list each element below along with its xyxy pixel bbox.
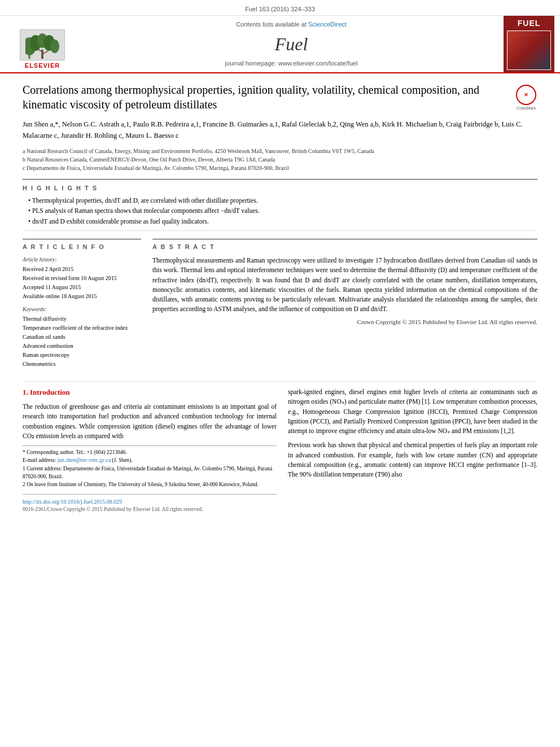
doi-copyright: 0016-2361/Crown Copyright © 2015 Publish… — [23, 506, 277, 513]
science-direct-link[interactable]: ScienceDirect — [308, 21, 347, 28]
footnote-2: 2 On leave from Institute of Chemistry, … — [23, 480, 277, 488]
abstract-text: Thermophysical measurements and Raman sp… — [152, 256, 537, 314]
keyword-6: Chemometrics — [23, 360, 141, 369]
elsevier-name: ELSEVIER — [25, 62, 60, 70]
highlight-item-1: Thermophysical properties, dn/dT and D, … — [28, 196, 537, 205]
keyword-5: Raman spectroscopy — [23, 351, 141, 360]
section-divider — [23, 381, 537, 382]
citation-bar: Fuel 163 (2016) 324–333 — [0, 3, 560, 16]
introduction-title: 1. Introduction — [23, 387, 277, 397]
article-info-title: A R T I C L E I N F O — [23, 239, 141, 251]
journal-center: Contents lists available at ScienceDirec… — [79, 16, 504, 72]
keyword-2: Temperature coefficient of the refractiv… — [23, 324, 141, 333]
footnote-email: E-mail address: jun.shen@nrc-cnrc.gc.ca … — [23, 456, 277, 464]
footnote-email-address[interactable]: jun.shen@nrc-cnrc.gc.ca — [58, 457, 111, 463]
doi-link[interactable]: http://dx.doi.org/10.1016/j.fuel.2015.08… — [23, 498, 277, 506]
svg-point-5 — [50, 40, 59, 53]
keywords-block: Keywords: Thermal diffusivity Temperatur… — [23, 305, 141, 369]
keyword-1: Thermal diffusivity — [23, 314, 141, 324]
affiliation-a: a National Research Council of Canada, E… — [23, 147, 537, 155]
footnote-corresponding: * Corresponding author. Tel.: +1 (604) 2… — [23, 448, 277, 456]
affiliation-b: b Natural Resources Canada, CanmetENERGY… — [23, 155, 537, 164]
elsevier-logo: ELSEVIER — [6, 16, 79, 72]
article-info-abstract: A R T I C L E I N F O Article history: R… — [23, 239, 537, 373]
fuel-cover-image — [507, 30, 551, 70]
journal-homepage: journal homepage: www.elsevier.com/locat… — [225, 59, 358, 68]
affiliations-section: a National Research Council of Canada, E… — [23, 147, 537, 172]
footnote-1: 1 Current address: Departamento de Físic… — [23, 465, 277, 481]
intro-right-text2: Previous work has shown that physical an… — [288, 440, 537, 479]
highlight-item-3: dn/dT and D exhibit considerable promise… — [28, 217, 537, 226]
highlight-item-2: PLS analysis of Raman spectra shows that… — [28, 206, 537, 215]
fuel-cover-title: FUEL — [518, 18, 541, 29]
abstract-copyright: Crown Copyright © 2015 Published by Else… — [152, 318, 537, 326]
paper-title: Correlations among thermophysical proper… — [23, 82, 508, 112]
intro-left-text: The reduction of greenhouse gas and crit… — [23, 402, 277, 441]
fuel-cover: FUEL — [504, 16, 554, 72]
article-history-block: Article history: Received 2 April 2015 R… — [23, 256, 141, 301]
article-info: A R T I C L E I N F O Article history: R… — [23, 239, 141, 373]
date-revised: Received in revised form 10 August 2015 — [23, 274, 141, 283]
introduction-right: spark-ignited engines, diesel engines em… — [288, 387, 537, 514]
abstract-section: A B S T R A C T Thermophysical measureme… — [152, 239, 537, 373]
date-accepted: Accepted 11 August 2015 — [23, 283, 141, 292]
elsevier-tree-icon — [20, 29, 65, 60]
page: Fuel 163 (2016) 324–333 — [0, 0, 560, 747]
highlights-section: H I G H L I G H T S Thermophysical prope… — [23, 179, 537, 231]
introduction-section: 1. Introduction The reduction of greenho… — [23, 387, 537, 514]
crossmark-label: CrossMark — [517, 106, 536, 111]
keyword-3: Canadian oil sands — [23, 333, 141, 342]
journal-header: Fuel 163 (2016) 324–333 — [0, 0, 560, 73]
highlights-title: H I G H L I G H T S — [23, 184, 537, 193]
doi-section: http://dx.doi.org/10.1016/j.fuel.2015.08… — [23, 494, 277, 513]
citation-text: Fuel 163 (2016) 324–333 — [245, 6, 315, 12]
paper-title-section: Correlations among thermophysical proper… — [23, 82, 537, 112]
footnotes-section: * Corresponding author. Tel.: +1 (604) 2… — [23, 445, 277, 488]
crossmark-icon[interactable]: ✕ — [516, 85, 536, 105]
date-received: Received 2 April 2015 — [23, 265, 141, 274]
authors-section: Jun Shen a,*, Nelson G.C. Astrath a,1, P… — [23, 119, 537, 141]
date-available: Available online 18 August 2015 — [23, 292, 141, 301]
intro-right-text: spark-ignited engines, diesel engines em… — [288, 387, 537, 436]
keyword-4: Advanced combustion — [23, 342, 141, 351]
affiliation-c: c Departamento de Física, Universidade E… — [23, 164, 537, 172]
journal-top-bar: ELSEVIER Contents lists available at Sci… — [0, 16, 560, 72]
abstract-title: A B S T R A C T — [152, 239, 537, 251]
crossmark[interactable]: ✕ CrossMark — [515, 85, 537, 111]
main-content: Correlations among thermophysical proper… — [0, 73, 560, 523]
science-direct-text: Contents lists available at ScienceDirec… — [236, 20, 347, 29]
journal-name: Fuel — [275, 32, 308, 57]
history-label: Article history: — [23, 256, 141, 264]
keywords-label: Keywords: — [23, 305, 141, 313]
introduction-left: 1. Introduction The reduction of greenho… — [23, 387, 277, 514]
authors-list: Jun Shen a,*, Nelson G.C. Astrath a,1, P… — [23, 120, 522, 139]
